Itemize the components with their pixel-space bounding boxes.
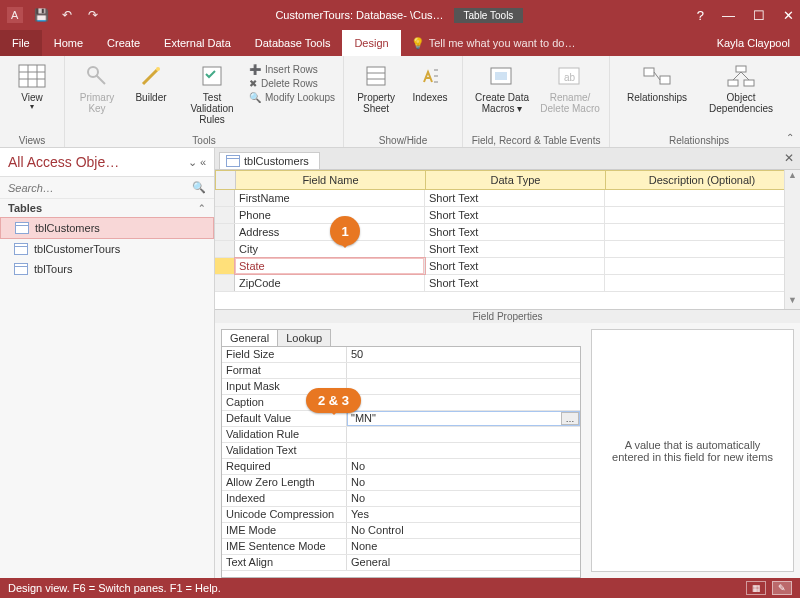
menu-create[interactable]: Create: [95, 30, 152, 56]
row-selector[interactable]: [215, 190, 235, 206]
row-selector[interactable]: [215, 258, 235, 274]
cell-data-type[interactable]: Short Text: [425, 224, 605, 240]
indexes-button[interactable]: Indexes: [406, 60, 454, 132]
cell-description[interactable]: [605, 224, 800, 240]
property-value[interactable]: No Control: [347, 523, 580, 538]
property-value[interactable]: No: [347, 491, 580, 506]
relationships-button[interactable]: Relationships: [618, 60, 696, 132]
cell-data-type[interactable]: Short Text: [425, 241, 605, 257]
property-value[interactable]: "MN"…: [347, 411, 580, 426]
row-selector-header[interactable]: [216, 171, 236, 189]
rename-delete-macro-button[interactable]: ab Rename/ Delete Macro: [539, 60, 601, 132]
nav-item-tbltours[interactable]: tblTours: [0, 259, 214, 279]
property-value[interactable]: No: [347, 459, 580, 474]
cell-data-type[interactable]: Short Text: [425, 258, 605, 274]
builder-ellipsis-button[interactable]: …: [561, 412, 579, 425]
table-row[interactable]: AddressShort Text: [215, 224, 800, 241]
property-value[interactable]: 50: [347, 347, 580, 362]
property-row[interactable]: Validation Rule: [222, 427, 580, 443]
nav-section-tables[interactable]: Tables ⌃: [0, 199, 214, 217]
scroll-up-icon[interactable]: ▲: [785, 170, 800, 184]
nav-item-tblcustomers[interactable]: tblCustomers: [0, 217, 214, 239]
row-selector[interactable]: [215, 207, 235, 223]
property-value[interactable]: Yes: [347, 507, 580, 522]
cell-data-type[interactable]: Short Text: [425, 207, 605, 223]
cell-description[interactable]: [605, 258, 800, 274]
nav-item-tblcustomertours[interactable]: tblCustomerTours: [0, 239, 214, 259]
tab-general[interactable]: General: [221, 329, 278, 346]
table-row[interactable]: FirstNameShort Text: [215, 190, 800, 207]
property-value[interactable]: [347, 395, 580, 410]
menu-home[interactable]: Home: [42, 30, 95, 56]
property-sheet-button[interactable]: Property Sheet: [352, 60, 400, 132]
user-name[interactable]: Kayla Claypool: [707, 30, 800, 56]
property-row[interactable]: Caption: [222, 395, 580, 411]
modify-lookups-button[interactable]: 🔍Modify Lookups: [249, 92, 335, 103]
property-value[interactable]: General: [347, 555, 580, 570]
menu-external-data[interactable]: External Data: [152, 30, 243, 56]
cell-field-name[interactable]: FirstName: [235, 190, 425, 206]
insert-rows-button[interactable]: ➕Insert Rows: [249, 64, 335, 75]
property-row[interactable]: IndexedNo: [222, 491, 580, 507]
maximize-icon[interactable]: ☐: [753, 8, 765, 23]
scroll-down-icon[interactable]: ▼: [785, 295, 800, 309]
nav-search[interactable]: 🔍: [0, 177, 214, 199]
cell-field-name[interactable]: City: [235, 241, 425, 257]
property-row[interactable]: Text AlignGeneral: [222, 555, 580, 571]
help-icon[interactable]: ?: [697, 8, 704, 23]
row-selector[interactable]: [215, 275, 235, 291]
scrollbar-vertical[interactable]: ▲ ▼: [784, 170, 800, 309]
table-row[interactable]: PhoneShort Text: [215, 207, 800, 224]
tab-tblcustomers[interactable]: tblCustomers: [219, 152, 320, 169]
col-data-type[interactable]: Data Type: [426, 171, 606, 189]
property-row[interactable]: Field Size50: [222, 347, 580, 363]
builder-button[interactable]: Builder: [127, 60, 175, 132]
row-selector[interactable]: [215, 241, 235, 257]
cell-description[interactable]: [605, 275, 800, 291]
property-value[interactable]: No: [347, 475, 580, 490]
nav-collapse-icon[interactable]: «: [200, 156, 206, 169]
table-row[interactable]: StateShort Text: [215, 258, 800, 275]
property-row[interactable]: Unicode CompressionYes: [222, 507, 580, 523]
collapse-ribbon-icon[interactable]: ⌃: [786, 132, 794, 143]
close-icon[interactable]: ✕: [783, 8, 794, 23]
property-value[interactable]: None: [347, 539, 580, 554]
cell-data-type[interactable]: Short Text: [425, 275, 605, 291]
table-row[interactable]: ZipCodeShort Text: [215, 275, 800, 292]
cell-description[interactable]: [605, 241, 800, 257]
tab-lookup[interactable]: Lookup: [277, 329, 331, 346]
property-row[interactable]: IME ModeNo Control: [222, 523, 580, 539]
tell-me-search[interactable]: 💡 Tell me what you want to do…: [401, 30, 707, 56]
menu-database-tools[interactable]: Database Tools: [243, 30, 343, 56]
property-row[interactable]: Validation Text: [222, 443, 580, 459]
property-value[interactable]: [347, 379, 580, 394]
cell-field-name[interactable]: Phone: [235, 207, 425, 223]
cell-field-name[interactable]: ZipCode: [235, 275, 425, 291]
datasheet-view-icon[interactable]: ▦: [746, 581, 766, 595]
col-description[interactable]: Description (Optional): [606, 171, 799, 189]
cell-description[interactable]: [605, 207, 800, 223]
property-value[interactable]: [347, 427, 580, 442]
test-validation-button[interactable]: Test Validation Rules: [181, 60, 243, 132]
property-row[interactable]: Default Value"MN"…: [222, 411, 580, 427]
cell-description[interactable]: [605, 190, 800, 206]
property-row[interactable]: IME Sentence ModeNone: [222, 539, 580, 555]
object-dependencies-button[interactable]: Object Dependencies: [702, 60, 780, 132]
property-row[interactable]: Allow Zero LengthNo: [222, 475, 580, 491]
delete-rows-button[interactable]: ✖Delete Rows: [249, 78, 335, 89]
design-view-icon[interactable]: ✎: [772, 581, 792, 595]
property-value[interactable]: [347, 443, 580, 458]
search-icon[interactable]: 🔍: [192, 181, 206, 194]
row-selector[interactable]: [215, 224, 235, 240]
nav-dropdown-icon[interactable]: ⌄: [188, 156, 197, 169]
create-data-macros-button[interactable]: Create Data Macros ▾: [471, 60, 533, 132]
nav-search-input[interactable]: [8, 182, 192, 194]
property-row[interactable]: RequiredNo: [222, 459, 580, 475]
col-field-name[interactable]: Field Name: [236, 171, 426, 189]
view-button[interactable]: View▾: [8, 60, 56, 132]
property-row[interactable]: Format: [222, 363, 580, 379]
nav-header[interactable]: All Access Obje… ⌄«: [0, 148, 214, 177]
menu-file[interactable]: File: [0, 30, 42, 56]
cell-field-name[interactable]: State: [235, 258, 425, 274]
tab-close-icon[interactable]: ✕: [784, 151, 794, 165]
